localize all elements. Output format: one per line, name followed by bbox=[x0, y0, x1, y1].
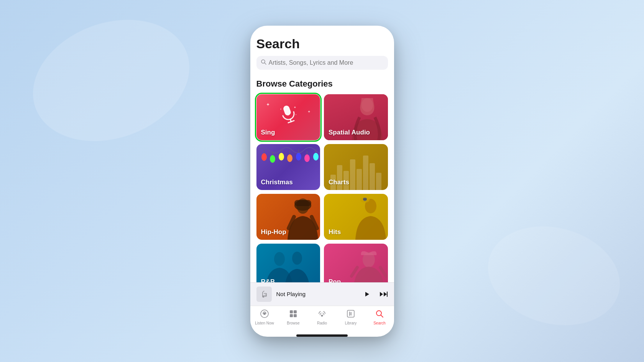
category-card-spatial-audio[interactable]: Spatial Audio bbox=[324, 94, 388, 140]
tab-browse[interactable]: Browse bbox=[282, 309, 305, 325]
library-icon bbox=[346, 309, 355, 320]
svg-rect-40 bbox=[294, 310, 297, 313]
category-card-pop[interactable]: Pop bbox=[324, 244, 388, 282]
svg-rect-41 bbox=[290, 314, 293, 317]
category-card-christmas[interactable]: Christmas bbox=[256, 144, 320, 190]
svg-point-17 bbox=[287, 154, 292, 162]
category-card-hits[interactable]: Hits bbox=[324, 194, 388, 240]
category-card-hip-hop[interactable]: Hip-Hop bbox=[256, 194, 320, 240]
tab-library[interactable]: Library bbox=[339, 309, 362, 325]
svg-point-15 bbox=[279, 153, 284, 161]
svg-rect-26 bbox=[294, 200, 311, 206]
svg-rect-30 bbox=[363, 198, 367, 200]
mini-player-controls bbox=[361, 288, 388, 300]
category-label-sing: Sing bbox=[261, 129, 275, 136]
tab-bar: Listen Now Browse bbox=[250, 306, 394, 333]
mini-player-title: Not Playing bbox=[276, 291, 356, 297]
svg-point-43 bbox=[321, 314, 323, 316]
svg-point-23 bbox=[313, 153, 319, 161]
svg-line-1 bbox=[264, 63, 266, 64]
content-area: Search Browse Categories bbox=[250, 26, 394, 282]
section-title: Browse Categories bbox=[256, 79, 388, 89]
tab-label-browse: Browse bbox=[287, 321, 299, 325]
tab-label-library: Library bbox=[345, 321, 357, 325]
svg-point-31 bbox=[274, 252, 285, 266]
home-indicator bbox=[296, 334, 348, 337]
svg-line-46 bbox=[381, 315, 383, 317]
category-label-hip-hop: Hip-Hop bbox=[261, 228, 286, 236]
hiphop-person-figure bbox=[286, 198, 320, 240]
tab-label-search: Search bbox=[373, 321, 386, 325]
svg-point-13 bbox=[270, 155, 275, 163]
hits-person-figure bbox=[353, 198, 388, 240]
tab-label-radio: Radio bbox=[317, 321, 327, 325]
svg-text:✦: ✦ bbox=[294, 106, 296, 109]
phone-frame: Search Browse Categories bbox=[250, 26, 394, 337]
radio-icon bbox=[317, 309, 327, 320]
category-card-charts[interactable]: Charts bbox=[324, 144, 388, 190]
category-label-charts: Charts bbox=[329, 179, 349, 186]
category-label-pop: Pop bbox=[329, 278, 341, 282]
category-label-spatial-audio: Spatial Audio bbox=[329, 129, 370, 136]
category-card-sing[interactable]: ✦ ✦ ✦ Sing bbox=[256, 94, 320, 140]
tab-label-listen-now: Listen Now bbox=[255, 321, 274, 325]
play-button[interactable] bbox=[361, 288, 373, 300]
search-tab-icon bbox=[375, 309, 384, 320]
rnb-persons-figure bbox=[263, 251, 313, 282]
search-input[interactable] bbox=[269, 59, 383, 66]
microphone-icon: ✦ ✦ ✦ bbox=[277, 102, 300, 125]
christmas-lights-icon bbox=[256, 144, 320, 167]
svg-point-38 bbox=[263, 313, 266, 315]
search-bar[interactable] bbox=[256, 56, 388, 70]
tab-listen-now[interactable]: Listen Now bbox=[253, 309, 276, 325]
svg-point-11 bbox=[261, 153, 267, 161]
svg-text:✦: ✦ bbox=[295, 113, 297, 116]
svg-point-32 bbox=[292, 252, 302, 265]
category-label-hits: Hits bbox=[329, 228, 341, 236]
svg-rect-39 bbox=[290, 310, 293, 313]
svg-text:✦: ✦ bbox=[280, 108, 282, 110]
tab-radio[interactable]: Radio bbox=[310, 309, 334, 325]
mini-player-artwork bbox=[256, 287, 272, 302]
category-label-rnb: R&B bbox=[261, 278, 275, 282]
mini-player[interactable]: Not Playing bbox=[250, 282, 394, 306]
forward-button[interactable] bbox=[380, 291, 388, 297]
browse-icon bbox=[289, 309, 298, 320]
page-title: Search bbox=[256, 36, 388, 51]
svg-point-19 bbox=[296, 153, 301, 161]
category-card-rnb[interactable]: R&B bbox=[256, 244, 320, 282]
category-label-christmas: Christmas bbox=[261, 179, 293, 186]
listen-now-icon bbox=[260, 309, 269, 320]
pop-person-figure bbox=[350, 251, 388, 282]
svg-rect-42 bbox=[294, 314, 297, 317]
svg-point-21 bbox=[304, 154, 310, 162]
svg-rect-2 bbox=[283, 105, 292, 116]
search-icon bbox=[261, 59, 266, 66]
categories-grid: ✦ ✦ ✦ Sing Spatial Audio bbox=[256, 94, 388, 282]
tab-search[interactable]: Search bbox=[368, 309, 391, 325]
